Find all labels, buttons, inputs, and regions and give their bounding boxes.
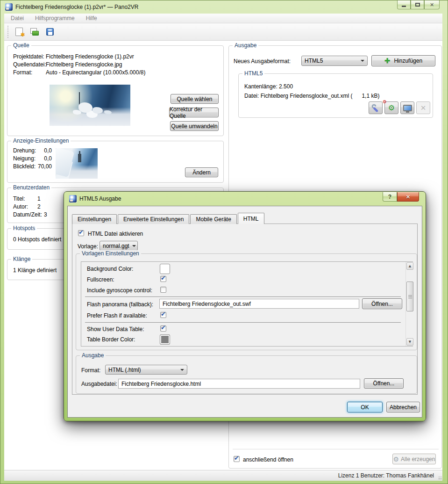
table-border-color-swatch[interactable] bbox=[160, 334, 170, 345]
checkmark-icon: ✔ bbox=[161, 324, 166, 331]
tab-einstellungen[interactable]: Einstellungen bbox=[72, 214, 117, 224]
open-project-button[interactable] bbox=[28, 25, 42, 39]
tilt-value: 0,0 bbox=[33, 155, 52, 162]
datetime-label: Datum/Zeit: bbox=[13, 211, 42, 218]
flash-fallback-label: Flash panorama (fallback): bbox=[87, 301, 153, 308]
hotspots-count-text: 0 Hotspots definiert bbox=[13, 236, 61, 243]
row-separator bbox=[85, 296, 401, 297]
wrench-icon bbox=[371, 104, 380, 112]
edit-output-settings-button[interactable] bbox=[369, 101, 383, 114]
dialog-format-select[interactable]: HTML (.html) bbox=[105, 365, 187, 375]
title-label: Titel: bbox=[13, 195, 25, 202]
fov-label: Blickfeld: bbox=[13, 163, 36, 170]
delete-x-icon: ✕ bbox=[420, 104, 427, 112]
bottom-separator bbox=[233, 449, 439, 449]
format-value: Auto - Equirectangular (10.000x5.000/8) bbox=[46, 69, 145, 76]
chevron-down-icon bbox=[132, 245, 136, 247]
template-settings-group: Vorlagen Einstellungen Background Color:… bbox=[76, 253, 417, 350]
panorama-snow-structures bbox=[78, 102, 92, 113]
generate-output-button[interactable]: ⚙ ⚙ bbox=[384, 101, 398, 114]
scrollbar: ▲ ▼ bbox=[405, 262, 413, 346]
dialog-output-title: Ausgabe bbox=[80, 352, 106, 359]
show-user-data-checkbox[interactable]: ✔ bbox=[160, 325, 166, 332]
dialog-output-group: Ausgabe Format: HTML (.html) Ausgabedate… bbox=[76, 355, 417, 394]
fov-value: 70,00 bbox=[33, 163, 52, 170]
small-gear-icon: ⚙ bbox=[383, 100, 387, 104]
menu-hilfe[interactable]: Hilfe bbox=[83, 14, 102, 22]
new-file-icon: ✱ bbox=[15, 28, 23, 36]
plus-icon: ✚ bbox=[384, 57, 391, 65]
view-preview-ice bbox=[56, 148, 74, 177]
edge-length-text: Kantenlänge: 2.500 bbox=[244, 83, 293, 90]
view-preview-tower bbox=[78, 154, 81, 162]
tab-mobile-geraete[interactable]: Mobile Geräte bbox=[190, 214, 236, 224]
add-output-label: Hinzufügen bbox=[394, 58, 422, 64]
background-color-swatch[interactable] bbox=[160, 264, 170, 274]
scroll-down-button[interactable]: ▼ bbox=[406, 338, 413, 346]
preview-output-button[interactable] bbox=[400, 101, 414, 114]
enable-html-checkbox[interactable]: ✔ bbox=[78, 230, 84, 236]
tilt-label: Neigung: bbox=[13, 155, 36, 162]
pan-label: Drehung: bbox=[13, 147, 36, 154]
flash-open-button[interactable]: Öffnen... bbox=[362, 298, 402, 309]
dialog-close-button[interactable]: ✕ bbox=[397, 192, 419, 202]
dialog-app-icon bbox=[69, 195, 77, 202]
output-file-input[interactable]: Fichtelberg Friedensglocke.html bbox=[118, 379, 360, 389]
open-after-checkbox[interactable]: ✔ bbox=[234, 456, 240, 462]
minimize-icon bbox=[402, 6, 406, 7]
save-project-button[interactable] bbox=[43, 25, 57, 39]
correct-source-button[interactable]: Korrektur der Quelle bbox=[169, 108, 219, 117]
menubar: Datei Hilfsprogramme Hilfe bbox=[4, 14, 442, 23]
view-preview bbox=[56, 148, 98, 179]
toolbar-gripper[interactable] bbox=[7, 26, 9, 38]
output-group-title: Ausgabe bbox=[233, 42, 258, 49]
gear-icon: ⚙ bbox=[388, 104, 395, 112]
change-view-button[interactable]: Ändern bbox=[185, 167, 218, 177]
output-open-button[interactable]: Öffnen... bbox=[364, 378, 404, 389]
tab-erweiterte-einstellungen[interactable]: Erweiterte Einstellungen bbox=[118, 214, 189, 224]
fullscreen-checkbox[interactable]: ✔ bbox=[160, 276, 166, 282]
gyroscope-checkbox[interactable] bbox=[160, 287, 166, 293]
menu-hilfsprogramme[interactable]: Hilfsprogramme bbox=[32, 14, 79, 22]
source-file-label: Quellendatei: bbox=[13, 61, 46, 68]
maximize-icon bbox=[415, 3, 420, 7]
add-output-button[interactable]: ✚ Hinzufügen bbox=[371, 55, 435, 66]
open-folder-icon bbox=[30, 28, 39, 36]
maximize-button[interactable] bbox=[411, 0, 424, 9]
ok-button[interactable]: OK bbox=[347, 402, 383, 412]
scroll-up-button[interactable]: ▲ bbox=[406, 262, 413, 270]
chevron-down-icon bbox=[180, 369, 184, 371]
generate-all-button[interactable]: ⚙ Alle erzeugen bbox=[392, 454, 436, 464]
menu-datei[interactable]: Datei bbox=[8, 14, 28, 22]
delete-output-button[interactable]: ✕ bbox=[416, 101, 430, 114]
table-border-color-label: Table Border Color: bbox=[87, 336, 135, 343]
toolbar: ✱ bbox=[4, 23, 442, 41]
chevron-down-icon bbox=[361, 60, 364, 62]
html5-output-box: HTML5 Kantenlänge: 2.500 Datei: Fichtelb… bbox=[238, 73, 433, 118]
cancel-button[interactable]: Abbrechen bbox=[386, 402, 420, 412]
output-format-select[interactable]: HTML5 bbox=[301, 56, 368, 66]
new-project-button[interactable]: ✱ bbox=[12, 25, 26, 39]
enable-html-label: HTML Datei aktivieren bbox=[88, 231, 143, 237]
convert-source-button[interactable]: Quelle umwandeln bbox=[170, 121, 219, 131]
tab-html[interactable]: HTML bbox=[238, 213, 264, 224]
save-floppy-icon bbox=[46, 28, 54, 36]
flash-fallback-input[interactable]: Fichtelberg Friedensglocke_out.swf bbox=[159, 299, 359, 309]
minimize-button[interactable] bbox=[397, 0, 411, 9]
prefer-flash-checkbox[interactable]: ✔ bbox=[160, 312, 166, 318]
close-icon: ✕ bbox=[405, 194, 410, 200]
gyroscope-label: Include gyroscope control: bbox=[87, 287, 152, 294]
pan-value: 0,0 bbox=[33, 147, 52, 154]
choose-source-button[interactable]: Quelle wählen bbox=[171, 94, 219, 104]
template-select[interactable]: normal.ggt bbox=[100, 241, 138, 251]
resize-grip[interactable] bbox=[441, 478, 441, 479]
scrollbar-thumb[interactable] bbox=[406, 282, 413, 311]
titlebar: Fichtelberg Friedensglocke (1).p2vr* — P… bbox=[0, 0, 448, 14]
html-tab-panel: ✔ HTML Datei aktivieren Vorlage: normal.… bbox=[72, 224, 418, 395]
license-status-text: Lizenz 1 Benutzer: Thomas Fankhänel bbox=[338, 472, 434, 479]
template-label: Vorlage: bbox=[78, 243, 98, 250]
checkmark-icon: ✔ bbox=[78, 229, 84, 236]
close-button[interactable]: ✕ bbox=[424, 0, 440, 9]
dialog-titlebar: HTML5 Ausgabe ? ✕ bbox=[64, 192, 426, 206]
dialog-help-button[interactable]: ? bbox=[383, 192, 397, 202]
